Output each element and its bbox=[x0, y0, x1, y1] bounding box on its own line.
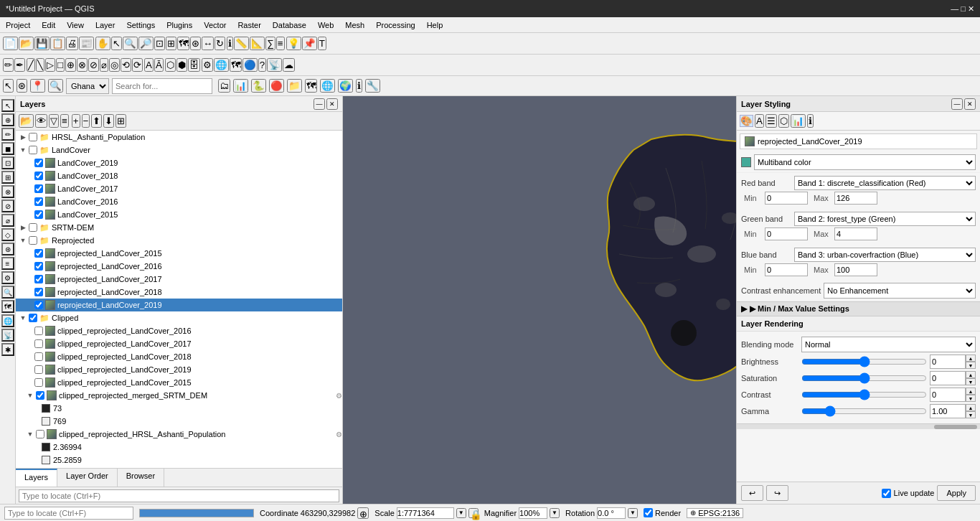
cloud-btn[interactable]: ☁ bbox=[283, 58, 295, 72]
saturation-down[interactable]: ▼ bbox=[966, 378, 976, 385]
edit-tb4[interactable]: ╲ bbox=[36, 58, 44, 72]
expand-srtm-merged[interactable]: ▼ bbox=[26, 391, 34, 400]
styling-redo-btn[interactable]: ↪ bbox=[766, 485, 788, 501]
style-paint-btn[interactable]: 🎨 bbox=[740, 115, 753, 127]
menu-help[interactable]: Help bbox=[421, 19, 449, 31]
red-band-select[interactable]: Band 1: discrete_classification (Red) bbox=[794, 176, 976, 190]
layer-rlc2019[interactable]: reprojected_LandCover_2019 bbox=[16, 299, 342, 311]
duplicate-btn[interactable]: ⊞ bbox=[116, 114, 126, 128]
zoom-out-btn[interactable]: 🔎 bbox=[138, 37, 154, 50]
filter-btn[interactable]: ▽ bbox=[49, 114, 59, 128]
save-btn[interactable]: 💾 bbox=[34, 37, 50, 50]
layer-btn6[interactable]: 🗺 bbox=[305, 79, 317, 93]
filter2-btn[interactable]: ≡ bbox=[60, 114, 69, 128]
maximize-button[interactable]: □ bbox=[961, 4, 966, 13]
db-btn[interactable]: 🗄 bbox=[188, 58, 200, 72]
expand-reproj[interactable]: ▼ bbox=[19, 236, 27, 245]
statusbar-locate[interactable] bbox=[4, 507, 133, 520]
menu-view[interactable]: View bbox=[61, 19, 90, 31]
blue-min-input[interactable] bbox=[765, 263, 808, 276]
layer-srtm-group[interactable]: ▶ 📁 SRTM-DEM bbox=[16, 221, 342, 234]
edit-tb1[interactable]: ✏ bbox=[3, 58, 14, 72]
layer-clc2018[interactable]: clipped_reprojected_LandCover_2018 bbox=[16, 350, 342, 363]
magnifier-down[interactable]: ▼ bbox=[550, 508, 560, 518]
loc-btn2[interactable]: ⊛ bbox=[17, 79, 27, 93]
check-landcover[interactable] bbox=[29, 146, 37, 154]
left-tb5[interactable]: ⊡ bbox=[1, 156, 14, 169]
styling-undo-btn[interactable]: ↩ bbox=[741, 485, 763, 501]
expand-hrsl-pop[interactable]: ▼ bbox=[26, 430, 34, 438]
check-hrsl[interactable] bbox=[29, 133, 37, 141]
check-clipped[interactable] bbox=[29, 314, 37, 322]
left-tb18[interactable]: ✱ bbox=[1, 343, 14, 356]
check-clc2015[interactable] bbox=[34, 378, 43, 387]
style-info-btn[interactable]: ℹ bbox=[807, 114, 814, 128]
plugin-tb4[interactable]: 🔵 bbox=[242, 58, 258, 72]
layer-lc2019[interactable]: LandCover_2019 bbox=[16, 156, 342, 169]
green-max-input[interactable] bbox=[834, 227, 877, 240]
loc-btn4[interactable]: 🔍 bbox=[48, 79, 63, 93]
style-label-btn[interactable]: A bbox=[755, 114, 764, 128]
left-tb12[interactable]: ≡ bbox=[1, 257, 14, 270]
open-btn[interactable]: 📂 bbox=[19, 37, 34, 50]
layer-btn9[interactable]: ℹ bbox=[356, 79, 362, 93]
plugin-tb2[interactable]: 🌐 bbox=[214, 58, 229, 72]
minmax-header[interactable]: ▶ ▶ Min / Max Value Settings bbox=[737, 301, 980, 316]
left-tb11[interactable]: ⊛ bbox=[1, 243, 14, 255]
check-lc2015[interactable] bbox=[34, 210, 43, 219]
layer-hrsl-group[interactable]: ▶ 📁 HRSL_Ashanti_Population bbox=[16, 131, 342, 144]
calc-btn[interactable]: ∑ bbox=[265, 37, 275, 50]
edit-tb13[interactable]: ⟳ bbox=[132, 58, 143, 72]
coord-copy-btn[interactable]: ⊕ bbox=[357, 507, 369, 519]
check-srtm-merged[interactable] bbox=[36, 391, 44, 400]
saturation-slider[interactable] bbox=[801, 373, 927, 383]
menu-vector[interactable]: Vector bbox=[198, 19, 232, 31]
menu-mesh[interactable]: Mesh bbox=[339, 19, 370, 31]
attr-btn[interactable]: T bbox=[318, 37, 326, 50]
check-rlc2015[interactable] bbox=[34, 249, 43, 258]
left-tb7[interactable]: ⊗ bbox=[1, 185, 14, 198]
layer-hrsl-pop[interactable]: ▼ clipped_reprojected_HRSL_Ashanti_Popul… bbox=[16, 428, 342, 441]
left-tb17[interactable]: 📡 bbox=[1, 329, 14, 342]
layer-rlc2016[interactable]: reprojected_LandCover_2016 bbox=[16, 260, 342, 273]
zoom-full-btn[interactable]: ⊡ bbox=[154, 37, 165, 50]
check-clc2019[interactable] bbox=[34, 365, 43, 374]
layer-landcover-group[interactable]: ▼ 📁 LandCover bbox=[16, 144, 342, 156]
brightness-input[interactable] bbox=[930, 355, 966, 369]
magnifier-input[interactable] bbox=[519, 507, 547, 519]
tip2-btn[interactable]: 📌 bbox=[302, 37, 317, 50]
layer-rlc2015[interactable]: reprojected_LandCover_2015 bbox=[16, 247, 342, 260]
zoom-in-btn[interactable]: 🔍 bbox=[123, 37, 138, 50]
layer-clc2015[interactable]: clipped_reprojected_LandCover_2015 bbox=[16, 376, 342, 389]
map-area[interactable] bbox=[343, 96, 736, 504]
check-lc2019[interactable] bbox=[34, 159, 43, 167]
layer-btn4[interactable]: 🔴 bbox=[269, 79, 284, 93]
layers-close[interactable]: ✕ bbox=[326, 98, 338, 110]
left-tb1[interactable]: ↖ bbox=[1, 99, 14, 112]
edit-tb6[interactable]: □ bbox=[56, 58, 65, 72]
layer-btn1[interactable]: 🗂 bbox=[218, 79, 230, 93]
layer-clc2016[interactable]: clipped_reprojected_LandCover_2016 bbox=[16, 324, 342, 337]
left-tb15[interactable]: 🗺 bbox=[1, 300, 14, 313]
edit-tb3[interactable]: ╱ bbox=[27, 58, 35, 72]
apply-button[interactable]: Apply bbox=[937, 485, 976, 501]
new-btn[interactable]: 📄 bbox=[3, 37, 18, 50]
check-srtm[interactable] bbox=[29, 223, 37, 232]
rotation-down[interactable]: ▼ bbox=[628, 508, 638, 518]
left-tb4[interactable]: ◼ bbox=[1, 142, 14, 155]
left-tb8[interactable]: ⊘ bbox=[1, 200, 14, 212]
check-rlc2018[interactable] bbox=[34, 288, 43, 296]
layer-btn7[interactable]: 🌐 bbox=[320, 79, 335, 93]
layer-reproj-group[interactable]: ▼ 📁 Reprojected bbox=[16, 234, 342, 247]
edit-tb7[interactable]: ⊕ bbox=[65, 58, 76, 72]
menu-layer[interactable]: Layer bbox=[90, 19, 121, 31]
search-input[interactable] bbox=[112, 78, 212, 94]
menu-project[interactable]: Project bbox=[0, 19, 36, 31]
styling-close[interactable]: ✕ bbox=[964, 98, 976, 110]
measure2-btn[interactable]: 📐 bbox=[250, 37, 265, 50]
print2-btn[interactable]: 📰 bbox=[79, 37, 94, 50]
blue-max-input[interactable] bbox=[834, 263, 877, 276]
lock-btn[interactable]: 🔒 bbox=[468, 508, 479, 518]
green-min-input[interactable] bbox=[765, 227, 808, 240]
edit-tb8[interactable]: ⊗ bbox=[77, 58, 88, 72]
